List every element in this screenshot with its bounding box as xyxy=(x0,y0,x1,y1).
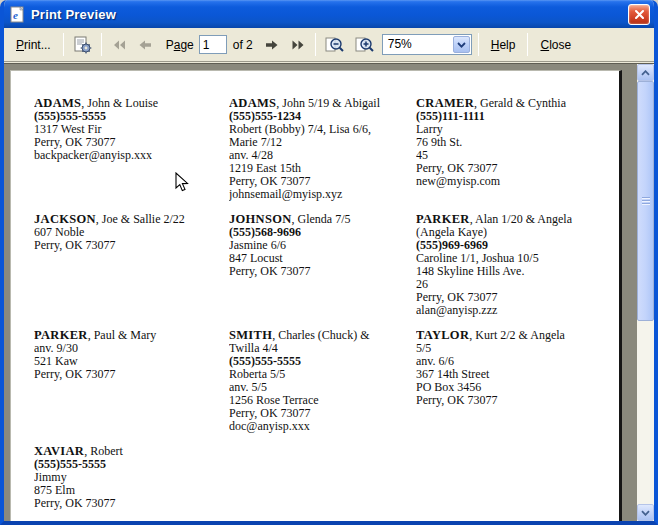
contact-entry: PARKER, Alan 1/20 & Angela (Angela Kaye)… xyxy=(416,213,592,329)
next-page-button[interactable] xyxy=(259,34,285,56)
window-title: Print Preview xyxy=(31,7,628,22)
toolbar-separator xyxy=(101,33,102,56)
zoom-select[interactable]: 75% xyxy=(382,34,472,55)
window-close-button[interactable] xyxy=(628,4,650,25)
page-label: Page xyxy=(166,38,194,52)
contact-entry: ADAMS, John & Louise(555)555-55551317 We… xyxy=(34,97,229,213)
toolbar-separator xyxy=(478,33,479,56)
zoom-in-button[interactable] xyxy=(350,33,380,57)
svg-text:e: e xyxy=(13,9,18,21)
magnifier-plus-icon xyxy=(355,36,375,54)
contact-name: TAYLOR, Kurt 2/2 & Angela 5/5 xyxy=(416,329,578,355)
contact-entry: SMITH, Charles (Chuck) & Twilla 4/4(555)… xyxy=(229,329,416,445)
chevron-down-icon xyxy=(457,42,466,48)
print-preview-window: e Print Preview Print... xyxy=(0,0,658,525)
contact-entry: PARKER, Paul & Maryanv. 9/30521 KawPerry… xyxy=(34,329,229,445)
toolbar: Print... Page of 2 xyxy=(4,28,654,62)
first-page-button[interactable] xyxy=(106,34,132,56)
chevron-down-icon xyxy=(641,510,650,516)
contact-entry: JOHNSON, Glenda 7/5(555)568-9696Jasmine … xyxy=(229,213,416,329)
contact-line: new@myisp.com xyxy=(416,175,578,188)
contact-line: 76 9th St. xyxy=(416,136,578,149)
magnifier-minus-icon xyxy=(325,36,345,54)
left-arrow-icon xyxy=(137,37,153,53)
page-setup-button[interactable] xyxy=(68,33,97,57)
zoom-value: 75% xyxy=(383,35,452,54)
contact-line: Perry, OK 73077 xyxy=(416,394,578,407)
scroll-down-button[interactable] xyxy=(637,504,654,521)
contact-line: 148 Skyline Hills Ave. xyxy=(416,265,578,278)
page-setup-gear-icon xyxy=(73,36,92,54)
close-icon xyxy=(634,9,645,20)
contact-entry: TAYLOR, Kurt 2/2 & Angela 5/5anv. 6/6367… xyxy=(416,329,592,445)
toolbar-separator xyxy=(527,33,528,56)
close-preview-button[interactable]: Close xyxy=(532,34,579,56)
contact-line: backpacker@anyisp.xxx xyxy=(34,149,215,162)
double-left-arrow-icon xyxy=(111,37,127,53)
preview-workspace: ADAMS, John & Louise(555)555-55551317 We… xyxy=(4,63,654,521)
scrollbar-thumb[interactable] xyxy=(637,81,654,321)
page-number-input[interactable] xyxy=(199,35,227,54)
toolbar-separator xyxy=(63,33,64,56)
toolbar-separator xyxy=(315,33,316,56)
contact-name: PARKER, Alan 1/20 & Angela (Angela Kaye) xyxy=(416,213,578,239)
contact-name: SMITH, Charles (Chuck) & Twilla 4/4 xyxy=(229,329,402,355)
contact-line: Robert (Bobby) 7/4, Lisa 6/6, Marie 7/12 xyxy=(229,123,402,149)
page-total-label: of 2 xyxy=(233,38,253,52)
contact-entry: ADAMS, John 5/19 & Abigail(555)555-1234R… xyxy=(229,97,416,213)
contact-entry: JACKSON, Joe & Sallie 2/22607 NoblePerry… xyxy=(34,213,229,329)
preview-grid: ADAMS, John & Louise(555)555-55551317 We… xyxy=(11,71,619,525)
contact-line: Perry, OK 73077 xyxy=(34,497,215,510)
contact-line: doc@anyisp.xxx xyxy=(229,420,402,433)
contact-line: Perry, OK 73077 xyxy=(229,265,402,278)
double-right-arrow-icon xyxy=(290,37,306,53)
contact-line: alan@anyisp.zzz xyxy=(416,304,578,317)
scroll-up-button[interactable] xyxy=(637,64,654,81)
prev-page-button[interactable] xyxy=(132,34,158,56)
chevron-up-icon xyxy=(641,70,650,76)
contact-line: johnsemail@myisp.xyz xyxy=(229,188,402,201)
contact-surname: SMITH xyxy=(229,329,272,342)
right-arrow-icon xyxy=(264,37,280,53)
contact-entry: XAVIAR, Robert(555)555-5555Jimmy875 ElmP… xyxy=(34,445,229,525)
zoom-out-button[interactable] xyxy=(320,33,350,57)
contact-line: Perry, OK 73077 xyxy=(34,368,215,381)
print-button[interactable]: Print... xyxy=(8,34,59,56)
contact-surname: TAYLOR xyxy=(416,329,469,342)
help-button[interactable]: Help xyxy=(483,34,524,56)
zoom-dropdown-button[interactable] xyxy=(453,36,470,53)
vertical-scrollbar[interactable] xyxy=(637,64,654,521)
last-page-button[interactable] xyxy=(285,34,311,56)
preview-page: ADAMS, John & Louise(555)555-55551317 We… xyxy=(10,70,622,521)
title-bar[interactable]: e Print Preview xyxy=(0,0,658,28)
scrollbar-grip xyxy=(642,197,650,205)
app-icon[interactable]: e xyxy=(9,6,26,23)
contact-entry: CRAMER, Gerald & Cynthia(555)111-1111Lar… xyxy=(416,97,592,213)
contact-surname: PARKER xyxy=(416,213,470,226)
contact-line: Perry, OK 73077 xyxy=(34,239,215,252)
